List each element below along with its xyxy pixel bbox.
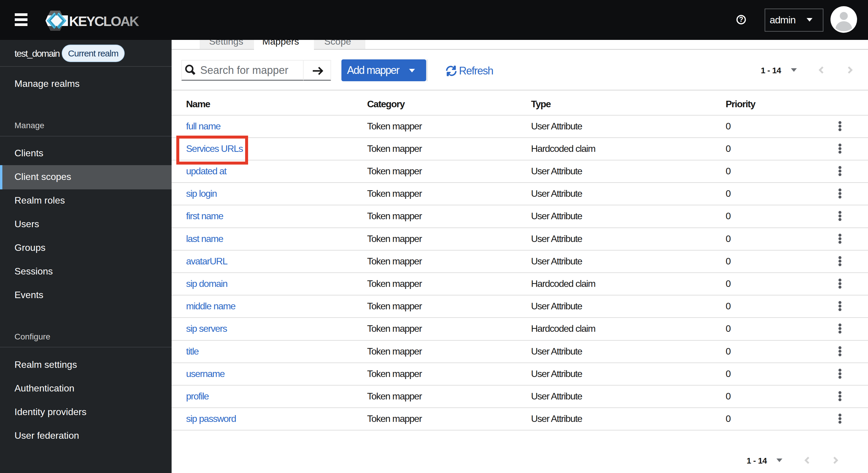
svg-text:?: ? xyxy=(739,16,743,23)
svg-text:KEYCLOAK: KEYCLOAK xyxy=(69,13,139,29)
